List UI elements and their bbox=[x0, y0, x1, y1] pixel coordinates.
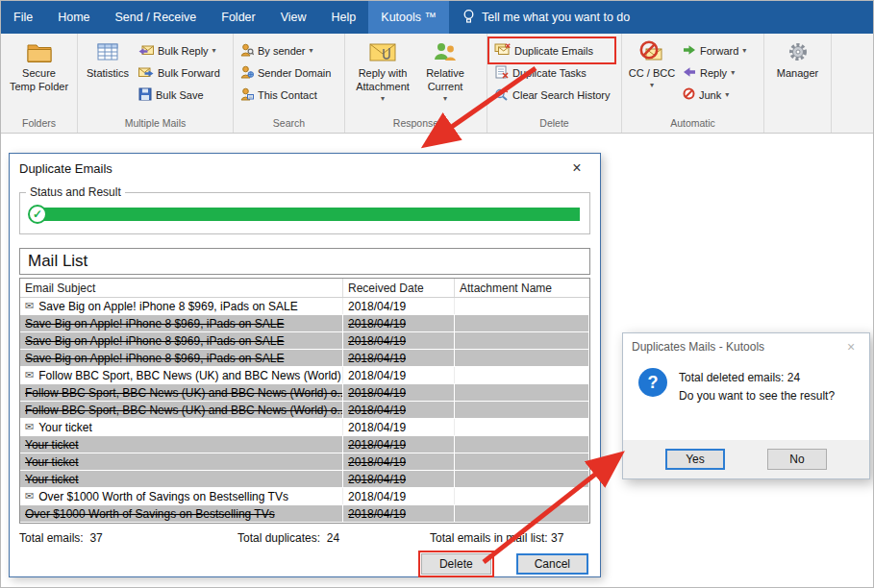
manager-label: Manager bbox=[777, 67, 818, 81]
ribbon-group-multiple-mails: Statistics Bulk Reply ▾ Bulk Fo bbox=[78, 34, 234, 133]
this-contact-button[interactable]: This Contact bbox=[237, 84, 335, 106]
bulk-save-button[interactable]: Bulk Save bbox=[135, 84, 224, 106]
total-duplicates-value: 24 bbox=[327, 531, 339, 545]
totals-bar: Total emails: 37 Total duplicates: 24 To… bbox=[19, 531, 590, 545]
reply-with-attachment-button[interactable]: Reply with Attachment ▾ bbox=[348, 37, 417, 106]
bulk-reply-button[interactable]: Bulk Reply ▾ bbox=[135, 39, 224, 61]
question-icon: ? bbox=[638, 368, 667, 397]
tab-folder[interactable]: Folder bbox=[209, 1, 267, 34]
msgbox-buttons: Yes No bbox=[623, 440, 869, 478]
total-mail-list-label: Total emails in mail list: bbox=[430, 531, 548, 545]
table-row[interactable]: Follow BBC Sport, BBC News (UK) and BBC … bbox=[20, 384, 589, 401]
dialog-titlebar: Duplicate Emails × bbox=[10, 154, 600, 183]
duplicates-mails-msgbox: Duplicates Mails - Kutools × ? Total del… bbox=[622, 332, 870, 479]
tab-help[interactable]: Help bbox=[319, 1, 369, 34]
this-contact-label: This Contact bbox=[258, 89, 317, 101]
envelope-icon: ✉ bbox=[25, 490, 34, 502]
ribbon-group-response: Reply with Attachment ▾ Relative Current… bbox=[345, 34, 487, 133]
duplicate-emails-label: Duplicate Emails bbox=[514, 45, 593, 57]
ribbon-tab-bar: File Home Send / Receive Folder View Hel… bbox=[1, 1, 873, 34]
table-row[interactable]: ✉Save Big on Apple! iPhone 8 $969, iPads… bbox=[20, 298, 589, 314]
secure-temp-folder-button[interactable]: Secure Temp Folder bbox=[8, 37, 71, 96]
mail-list-title: Mail List bbox=[19, 248, 590, 275]
envelope-icon: ✉ bbox=[25, 369, 34, 381]
group-label-multiple-mails: Multiple Mails bbox=[78, 116, 233, 133]
cc-bcc-label: CC / BCC bbox=[629, 67, 675, 81]
close-icon[interactable]: × bbox=[841, 339, 861, 355]
dropdown-caret-icon: ▾ bbox=[742, 46, 746, 55]
total-emails-label: Total emails: bbox=[19, 531, 84, 545]
statistics-button[interactable]: Statistics bbox=[81, 37, 135, 83]
dropdown-caret-icon: ▾ bbox=[650, 81, 654, 90]
column-header-attachment-name[interactable]: Attachment Name bbox=[455, 279, 589, 297]
tell-me-box[interactable]: Tell me what you want to do bbox=[453, 1, 639, 34]
duplicate-tasks-button[interactable]: Duplicate Tasks bbox=[490, 61, 613, 84]
by-sender-button[interactable]: By sender ▾ bbox=[237, 39, 335, 61]
dropdown-caret-icon: ▾ bbox=[725, 90, 729, 99]
table-header: Email Subject Received Date Attachment N… bbox=[20, 279, 589, 298]
clear-search-history-button[interactable]: Clear Search History bbox=[490, 84, 613, 106]
tab-file[interactable]: File bbox=[1, 1, 45, 34]
relative-current-button[interactable]: Relative Current ▾ bbox=[417, 37, 473, 106]
msgbox-body: ? Total deleted emails: 24 Do you want t… bbox=[623, 360, 869, 404]
table-row[interactable]: Save Big on Apple! iPhone 8 $969, iPads … bbox=[20, 332, 589, 349]
folder-icon bbox=[27, 38, 52, 65]
mail-list-table: Email Subject Received Date Attachment N… bbox=[19, 278, 590, 524]
tab-send-receive[interactable]: Send / Receive bbox=[103, 1, 210, 34]
screenshot-root: File Home Send / Receive Folder View Hel… bbox=[0, 0, 874, 588]
table-row[interactable]: ✉Over $1000 Worth of Savings on Bestsell… bbox=[20, 488, 589, 504]
bulk-forward-label: Bulk Forward bbox=[158, 67, 220, 79]
table-row[interactable]: ✉Your ticket2018/04/19 bbox=[20, 419, 589, 435]
table-row[interactable]: ✉Follow BBC Sport, BBC News (UK) and BBC… bbox=[20, 367, 589, 383]
yes-button[interactable]: Yes bbox=[665, 449, 725, 470]
msgbox-line2: Do you want to see the result? bbox=[679, 387, 835, 405]
duplicate-emails-button[interactable]: Duplicate Emails bbox=[490, 39, 613, 61]
forward-button[interactable]: Forward ▾ bbox=[679, 39, 750, 61]
lightbulb-icon bbox=[462, 9, 475, 27]
status-and-result-group: Status and Result ✓ bbox=[19, 192, 590, 234]
table-row[interactable]: Your ticket2018/04/19 bbox=[20, 436, 589, 453]
relative-current-label: Relative Current bbox=[418, 67, 472, 94]
gear-icon bbox=[786, 38, 811, 65]
junk-button[interactable]: Junk ▾ bbox=[679, 84, 750, 106]
msgbox-title: Duplicates Mails - Kutools bbox=[632, 340, 764, 354]
ribbon-group-delete: Duplicate Emails Duplicate Tasks Clear S… bbox=[487, 34, 622, 133]
secure-temp-folder-label: Secure Temp Folder bbox=[9, 67, 70, 94]
delete-button[interactable]: Delete bbox=[421, 553, 491, 575]
column-header-received-date[interactable]: Received Date bbox=[343, 279, 455, 297]
clear-search-history-icon bbox=[494, 87, 509, 103]
two-people-icon bbox=[433, 38, 458, 65]
dialog-title: Duplicate Emails bbox=[19, 161, 112, 176]
no-button[interactable]: No bbox=[767, 449, 827, 470]
sender-domain-button[interactable]: Sender Domain bbox=[237, 61, 335, 84]
table-row[interactable]: Save Big on Apple! iPhone 8 $969, iPads … bbox=[20, 350, 589, 366]
tab-kutools[interactable]: Kutools ™ bbox=[368, 1, 449, 34]
msgbox-titlebar: Duplicates Mails - Kutools × bbox=[623, 333, 869, 360]
table-row[interactable]: Save Big on Apple! iPhone 8 $969, iPads … bbox=[20, 315, 589, 331]
duplicate-tasks-icon bbox=[494, 65, 509, 81]
dropdown-caret-icon: ▾ bbox=[731, 68, 735, 77]
cc-bcc-button[interactable]: CC / BCC ▾ bbox=[625, 37, 679, 92]
duplicate-emails-dialog: Duplicate Emails × Status and Result ✓ M… bbox=[9, 153, 601, 577]
msgbox-line1: Total deleted emails: 24 bbox=[679, 369, 835, 387]
close-icon[interactable]: × bbox=[563, 159, 590, 177]
by-sender-label: By sender bbox=[258, 45, 306, 57]
no-cc-icon bbox=[638, 38, 665, 65]
manager-button[interactable]: Manager bbox=[771, 37, 825, 83]
tab-view[interactable]: View bbox=[268, 1, 319, 34]
bulk-save-icon bbox=[138, 87, 152, 103]
column-header-email-subject[interactable]: Email Subject bbox=[20, 279, 343, 297]
table-row[interactable]: Your ticket2018/04/19 bbox=[20, 471, 589, 487]
duplicate-tasks-label: Duplicate Tasks bbox=[512, 67, 587, 79]
table-row[interactable]: Follow BBC Sport, BBC News (UK) and BBC … bbox=[20, 402, 589, 418]
ribbon-group-search: By sender ▾ Sender Domain This Contact bbox=[234, 34, 345, 133]
cancel-button[interactable]: Cancel bbox=[516, 553, 588, 575]
table-row[interactable]: Your ticket2018/04/19 bbox=[20, 453, 589, 470]
status-group-label: Status and Result bbox=[26, 185, 125, 199]
bulk-forward-button[interactable]: Bulk Forward bbox=[135, 61, 224, 84]
junk-label: Junk bbox=[699, 89, 721, 101]
tab-home[interactable]: Home bbox=[45, 1, 102, 34]
table-row[interactable]: Over $1000 Worth of Savings on Bestselli… bbox=[20, 505, 589, 522]
group-label-delete: Delete bbox=[487, 116, 621, 133]
reply-button[interactable]: Reply ▾ bbox=[679, 61, 750, 84]
